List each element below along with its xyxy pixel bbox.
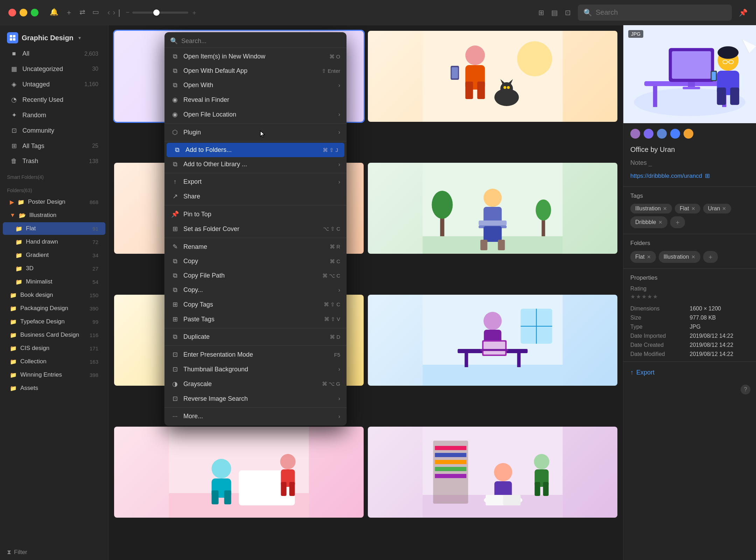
folder-winning-entries[interactable]: 📁 Winning Entries 398 [3, 369, 105, 381]
color-dot-3[interactable] [657, 129, 667, 139]
folder-add-button[interactable]: ＋ [703, 251, 718, 263]
menu-item-paste-tags[interactable]: ⊞ Paste Tags ⌘ ⇧ V [164, 312, 346, 327]
menu-item-pin-to-top[interactable]: 📌 Pin to Top [164, 207, 346, 222]
folder-illustration[interactable]: ▼ 📂 Illustration [3, 209, 105, 222]
tag-uran[interactable]: Uran ✕ [703, 204, 732, 214]
export-button[interactable]: ↑ Export [623, 363, 756, 382]
menu-item-presentation[interactable]: ⊡ Enter Presentation Mode F5 [164, 347, 346, 362]
folder-chip-flat[interactable]: Flat ✕ [630, 251, 656, 263]
search-input[interactable] [596, 8, 726, 16]
menu-item-reverse-image-search[interactable]: ⊡ Reverse Image Search › [164, 391, 346, 406]
folder-minimalist[interactable]: 📁 Minimalist 54 [3, 275, 105, 288]
view-toggle-icon[interactable]: ⊞ [538, 8, 544, 17]
back-button[interactable]: ‹ [107, 8, 110, 17]
menu-item-add-other-library[interactable]: ⧉ Add to Other Library ... › [164, 157, 346, 172]
folder-collection[interactable]: 📁 Collection 163 [3, 355, 105, 368]
star-3[interactable]: ★ [642, 293, 646, 300]
detail-notes[interactable]: Notes _ [623, 158, 756, 171]
folder-poster-design[interactable]: ▶ 📁 Poster Design 868 [3, 196, 105, 208]
sidebar-item-all[interactable]: ■ All 2,603 [3, 47, 105, 61]
notification-icon[interactable]: 🔔 [50, 8, 58, 17]
menu-item-share[interactable]: ↗ Share [164, 189, 346, 204]
menu-item-duplicate[interactable]: ⧉ Duplicate ⌘ D [164, 330, 346, 344]
star-2[interactable]: ★ [636, 293, 641, 300]
menu-item-add-to-folders[interactable]: ⧉ Add to Folders... ⌘ ⇧ J [167, 143, 344, 157]
folder-business-card[interactable]: 📁 Business Card Design 116 [3, 329, 105, 341]
menu-item-export[interactable]: ↑ Export › [164, 175, 346, 189]
folder-hand-drawn[interactable]: 📁 Hand drawn 72 [3, 236, 105, 248]
folder-assets[interactable]: 📁 Assets [3, 382, 105, 394]
search-bar[interactable]: 🔍 [578, 5, 732, 21]
color-dot-5[interactable] [684, 129, 693, 139]
folder-flat[interactable]: 📁 Flat 91 [3, 222, 105, 235]
tag-illustration-remove[interactable]: ✕ [663, 206, 667, 211]
detail-url[interactable]: https://dribbble.com/urancd ⊞ [623, 171, 756, 185]
folder-chip-illustration[interactable]: Illustration ✕ [659, 251, 700, 263]
tag-flat-remove[interactable]: ✕ [691, 206, 695, 211]
sidebar-item-recently-used[interactable]: ◔ Recently Used [3, 92, 105, 107]
menu-item-more[interactable]: ··· More... › [164, 409, 346, 424]
color-dot-1[interactable] [630, 129, 640, 139]
sidebar-toggle-icon[interactable]: ▭ [92, 8, 99, 17]
tag-dribbble[interactable]: Dribbble ✕ [630, 216, 667, 228]
menu-item-grayscale[interactable]: ◑ Grayscale ⌘ ⌥ G [164, 377, 346, 391]
menu-item-thumbnail-background[interactable]: ⊡ Thumbnail Background › [164, 362, 346, 377]
menu-item-set-folder-cover[interactable]: ⊞ Set as Folder Cover ⌥ ⇧ C [164, 222, 346, 236]
folder-flat-remove[interactable]: ✕ [647, 254, 651, 260]
folder-cis[interactable]: 📁 CIS design 171 [3, 342, 105, 355]
copy-file-path-icon: ⧉ [171, 272, 179, 279]
folder-typeface[interactable]: 📁 Typeface Design 99 [3, 315, 105, 328]
folder-packaging[interactable]: 📁 Packaging Design 390 [3, 302, 105, 315]
zoom-slider[interactable] [132, 12, 188, 14]
tag-add-button[interactable]: ＋ [670, 216, 685, 228]
sidebar-item-untagged[interactable]: ◈ Untagged 1,160 [3, 77, 105, 92]
tag-uran-remove[interactable]: ✕ [722, 206, 726, 211]
menu-item-copy-file-path[interactable]: ⧉ Copy File Path ⌘ ⌥ C [164, 268, 346, 283]
star-1[interactable]: ★ [630, 293, 635, 300]
color-dot-4[interactable] [670, 129, 680, 139]
help-button[interactable]: ? [741, 385, 750, 394]
folder-book-design[interactable]: 📁 Book design 150 [3, 289, 105, 301]
menu-item-rename[interactable]: ✎ Rename ⌘ R [164, 239, 346, 254]
sidebar-header[interactable]: Graphic Design ▾ [0, 25, 108, 46]
tag-flat[interactable]: Flat ✕ [675, 204, 700, 214]
sidebar-item-random[interactable]: ✦ Random [3, 108, 105, 122]
menu-item-plugin[interactable]: ⬡ Plugin › [164, 125, 346, 140]
menu-item-reveal-finder[interactable]: ◉ Reveal in Finder [164, 92, 346, 107]
star-5[interactable]: ★ [653, 293, 658, 300]
menu-item-open-new-window[interactable]: ⧉ Open Item(s) in New Window ⌘ O [164, 49, 346, 64]
sort-icon[interactable]: ▤ [551, 8, 558, 17]
sidebar-item-uncategorized[interactable]: ▦ Uncategorized 30 [3, 62, 105, 76]
menu-item-copy-submenu[interactable]: ⧉ Copy... › [164, 283, 346, 297]
sidebar-item-community[interactable]: ⊡ Community [3, 123, 105, 138]
folder-gradient[interactable]: 📁 Gradient 34 [3, 249, 105, 261]
menu-item-open-with[interactable]: ⧉ Open With › [164, 78, 346, 92]
menu-search-area: 🔍 [164, 34, 346, 46]
menu-search-input[interactable] [181, 37, 341, 45]
pin-to-top-icon: 📌 [171, 210, 179, 218]
star-4[interactable]: ★ [647, 293, 652, 300]
layout-icon[interactable]: ⊡ [565, 8, 571, 17]
close-button[interactable] [8, 9, 16, 16]
menu-item-open-file-location[interactable]: ◉ Open File Location › [164, 107, 346, 122]
zoom-in-icon[interactable]: ＋ [191, 8, 197, 17]
pin-icon[interactable]: 📌 [739, 8, 748, 17]
zoom-out-icon[interactable]: − [126, 9, 130, 16]
menu-item-copy[interactable]: ⧉ Copy ⌘ C [164, 254, 346, 268]
rating-stars[interactable]: ★ ★ ★ ★ ★ [630, 293, 749, 300]
filter-button[interactable]: ⧗ Filter [0, 545, 108, 560]
fullscreen-button[interactable] [31, 9, 38, 16]
color-dot-2[interactable] [644, 129, 653, 139]
forward-button[interactable]: › [113, 8, 115, 17]
menu-item-open-default[interactable]: ⧉ Open With Default App ⇧ Enter [164, 64, 346, 78]
folder-illustration-remove[interactable]: ✕ [691, 254, 695, 260]
tag-dribbble-remove[interactable]: ✕ [658, 219, 663, 225]
folder-3d[interactable]: 📁 3D 27 [3, 262, 105, 275]
add-icon[interactable]: ＋ [65, 8, 72, 17]
tag-illustration[interactable]: Illustration ✕ [630, 204, 672, 214]
minimize-button[interactable] [20, 9, 27, 16]
import-icon[interactable]: ⇄ [79, 8, 85, 17]
menu-item-copy-tags[interactable]: ⊞ Copy Tags ⌘ ⇧ C [164, 297, 346, 312]
sidebar-item-trash[interactable]: 🗑 Trash 138 [3, 154, 105, 168]
sidebar-item-all-tags[interactable]: ⊞ All Tags 25 [3, 139, 105, 153]
